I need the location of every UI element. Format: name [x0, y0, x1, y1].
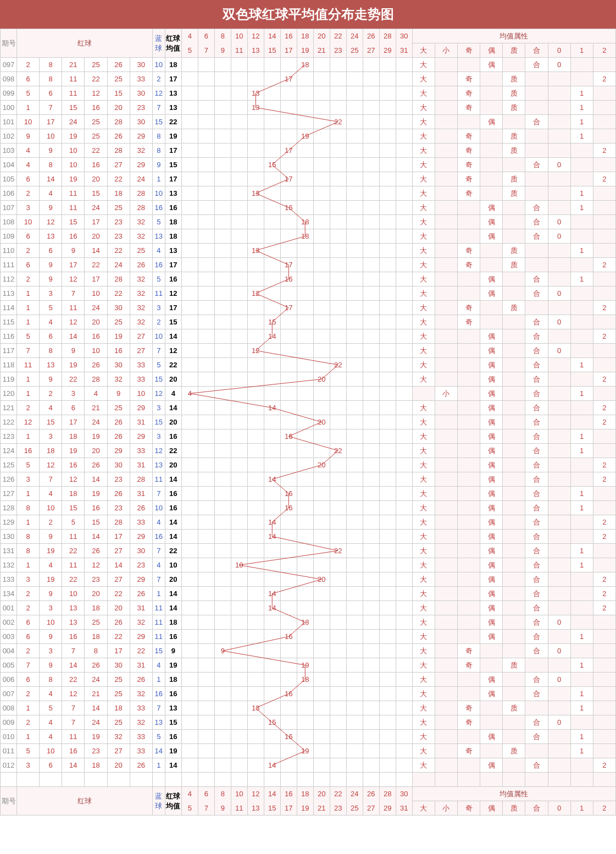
- cell-trend: [379, 72, 396, 86]
- hdr-trend-5b: 15: [264, 43, 280, 58]
- hdr-red: 红球: [17, 787, 153, 816]
- cell-trend: [379, 444, 396, 458]
- cell-trend: [297, 86, 313, 101]
- cell-trend: [181, 158, 198, 172]
- cell-trend: [379, 715, 396, 730]
- cell-attr-blank: [570, 673, 593, 687]
- hdr-trend-12b: 29: [379, 43, 396, 58]
- cell-red: 8: [40, 72, 62, 86]
- cell-trend: [231, 372, 247, 387]
- cell-blue: 11: [152, 601, 165, 615]
- hdr-trend-6b: 17: [280, 43, 297, 58]
- cell-trend: [198, 115, 214, 129]
- cell-red: 11: [62, 730, 85, 744]
- cell-trend: [330, 415, 346, 429]
- cell-issue: 104: [1, 158, 17, 172]
- cell-trend: [181, 472, 198, 487]
- cell-attr-blank: [593, 487, 615, 501]
- cell-issue: 119: [1, 372, 17, 387]
- cell-trend: [214, 387, 231, 401]
- cell-red: 24: [85, 301, 107, 315]
- cell-attr-偶: 偶: [480, 329, 503, 344]
- cell-blue: 14: [152, 744, 165, 758]
- cell-attr-blank: [570, 472, 593, 487]
- cell-trend: [198, 701, 214, 715]
- cell-issue: 127: [1, 487, 17, 501]
- cell-trend: [297, 544, 313, 558]
- cell-red: 9: [40, 258, 62, 272]
- cell-trend-hit: 14: [264, 587, 280, 601]
- cell-trend: [297, 487, 313, 501]
- cell-trend: [379, 730, 396, 744]
- hdr-attr-奇: 奇: [458, 801, 480, 816]
- cell-trend: [280, 344, 297, 358]
- cell-attr-blank: [435, 86, 457, 101]
- cell-trend: [379, 701, 396, 715]
- cell-attr-blank: [548, 244, 570, 258]
- cell-attr-blank: [503, 372, 525, 387]
- cell-attr-1: 1: [570, 744, 593, 758]
- cell-trend: [379, 501, 396, 515]
- cell-trend: [214, 301, 231, 315]
- cell-trend: [247, 515, 264, 530]
- cell-attr-大: 大: [412, 658, 435, 673]
- cell-trend: [247, 601, 264, 615]
- cell-attr-偶: 偶: [480, 472, 503, 487]
- cell-trend: [297, 572, 313, 587]
- cell-attr-blank: [435, 744, 457, 758]
- cell-trend: [379, 458, 396, 472]
- cell-attr-质: 质: [503, 72, 525, 86]
- cell-trend: [214, 544, 231, 558]
- cell-trend: [313, 744, 330, 758]
- cell-trend: [396, 315, 412, 329]
- cell-red: 11: [62, 558, 85, 572]
- cell-trend: [330, 286, 346, 301]
- cell-attr-blank: [435, 444, 457, 458]
- cell-attr-质: 质: [503, 172, 525, 186]
- cell-blue: 2: [152, 72, 165, 86]
- cell-trend-hit: 14: [264, 472, 280, 487]
- cell-trend: [247, 544, 264, 558]
- cell-trend: [297, 172, 313, 186]
- cell-trend: [313, 129, 330, 144]
- cell-issue: 009: [1, 715, 17, 730]
- cell-trend: [330, 744, 346, 758]
- cell-trend: [280, 530, 297, 544]
- table-row: 005791426303141919大奇质1: [1, 658, 616, 673]
- hdr-trend-9: 22: [330, 29, 346, 43]
- cell-attr-blank: [503, 58, 525, 72]
- cell-trend: [280, 372, 297, 387]
- cell-trend: [264, 558, 280, 572]
- cell-trend: [264, 701, 280, 715]
- cell-attr-奇: 奇: [458, 644, 480, 658]
- cell-trend: [396, 572, 412, 587]
- cell-trend: [346, 229, 363, 244]
- cell-trend: [214, 758, 231, 773]
- cell-trend: [363, 358, 379, 372]
- cell-red: 15: [40, 415, 62, 429]
- cell-avg: 20: [165, 458, 181, 472]
- cell-attr-blank: [548, 758, 570, 773]
- cell-trend: [379, 86, 396, 101]
- cell-trend: [297, 101, 313, 115]
- cell-trend: [313, 229, 330, 244]
- cell-red: 19: [62, 172, 85, 186]
- cell-trend: [330, 172, 346, 186]
- cell-attr-blank: [435, 587, 457, 601]
- cell-attr-合: 合: [525, 401, 548, 415]
- cell-trend: [181, 344, 198, 358]
- cell-trend: [313, 730, 330, 744]
- cell-trend: [379, 673, 396, 687]
- cell-trend: [247, 458, 264, 472]
- cell-red: 26: [130, 758, 152, 773]
- cell-trend: [280, 315, 297, 329]
- cell-issue: 106: [1, 186, 17, 201]
- cell-avg: 13: [165, 186, 181, 201]
- cell-attr-blank: [503, 515, 525, 530]
- cell-blue: 16: [152, 201, 165, 215]
- cell-attr-blank: [570, 58, 593, 72]
- hdr-trend-6b: 17: [280, 801, 297, 816]
- cell-attr-blank: [458, 587, 480, 601]
- cell-attr-blank: [480, 658, 503, 673]
- cell-blue: 13: [152, 458, 165, 472]
